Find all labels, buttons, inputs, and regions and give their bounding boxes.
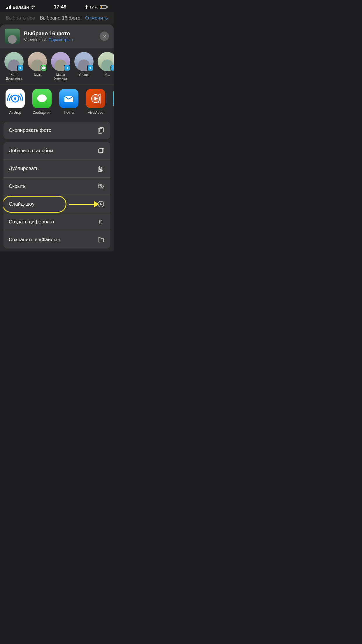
duplicate-icon [97, 164, 105, 173]
add-album-item[interactable]: Добавить в альбом [3, 142, 110, 160]
mail-svg [63, 93, 75, 104]
copy-photo-item[interactable]: Скопировать фото [3, 122, 110, 139]
contact-item[interactable]: 💬 Муж [27, 52, 48, 80]
nav-right: Отменить [85, 15, 108, 21]
svg-point-2 [14, 97, 16, 100]
contact-item[interactable]: ✈ Ученик [73, 52, 94, 80]
contact-name: КатяДомрянова [6, 73, 22, 80]
share-sheet: Выбрано 16 фото Vsevolozhsk Параметры › … [0, 24, 114, 251]
signal-bar-2 [7, 7, 8, 9]
apps-row: AirDrop Сообщения Почта [0, 85, 114, 119]
close-button[interactable]: ✕ [100, 32, 109, 41]
params-chevron-icon: › [72, 38, 73, 42]
contact-item[interactable]: ✈ МашаУченица [50, 52, 71, 80]
contact-name: Муж [34, 73, 41, 77]
close-icon: ✕ [103, 34, 106, 39]
app-label: Почта [64, 111, 73, 115]
share-params-link[interactable]: Параметры [49, 37, 71, 42]
watchface-label: Создать циферблат [9, 219, 97, 225]
app-item-messages[interactable]: Сообщения [31, 89, 52, 115]
nav-left: Выбрать все [6, 15, 35, 21]
messages-svg [36, 93, 48, 104]
app-label: VivaVideo [88, 111, 103, 115]
mail-icon [59, 89, 78, 108]
signal-bar-1 [6, 8, 7, 9]
wifi-icon [30, 5, 35, 9]
svg-marker-21 [100, 203, 102, 205]
status-time: 17:49 [54, 4, 66, 10]
save-files-label: Сохранить в «Файлы» [9, 237, 97, 243]
slideshow-item[interactable]: Слайд-шоу [3, 195, 110, 213]
slideshow-label: Слайд-шоу [9, 201, 97, 207]
app-item-airdrop[interactable]: AirDrop [5, 89, 26, 115]
contact-item[interactable]: ✈ М... [97, 52, 114, 80]
vivavideo-icon [86, 89, 105, 108]
share-subtitle: Vsevolozhsk Параметры › [24, 37, 96, 42]
duplicate-label: Дублировать [9, 166, 97, 172]
airdrop-icon [6, 89, 25, 108]
share-location: Vsevolozhsk [24, 37, 47, 42]
duplicate-item[interactable]: Дублировать [3, 160, 110, 178]
contact-name: М... [105, 73, 110, 77]
save-files-item[interactable]: Сохранить в «Файлы» [3, 231, 110, 249]
telegram-badge: ✈ [110, 65, 114, 71]
status-right: 17 % [85, 5, 108, 9]
vivavideo-svg [90, 93, 101, 104]
nav-bar-background: Выбрать все Выбрано 16 фото Отменить [0, 12, 114, 24]
svg-rect-8 [98, 129, 102, 133]
contact-avatar: ✈ [74, 52, 94, 71]
nav-center: Выбрано 16 фото [40, 15, 80, 21]
watchface-item[interactable]: Создать циферблат [3, 213, 110, 231]
contact-avatar: 💬 [28, 52, 47, 71]
telegram-badge: ✈ [64, 65, 70, 71]
save-files-icon [97, 236, 105, 244]
location-icon [85, 5, 88, 9]
contact-name: МашаУченица [54, 73, 67, 80]
telegram-badge: ✈ [87, 65, 94, 71]
copy-photo-label: Скопировать фото [9, 127, 97, 133]
watchface-icon [97, 218, 105, 226]
app-item-telegram[interactable]: Te... [112, 89, 114, 115]
contacts-row: ✈ КатяДомрянова 💬 Муж ✈ МашаУченица [0, 48, 114, 85]
share-thumbnail [5, 29, 20, 44]
telegram-icon [113, 89, 114, 108]
share-header-info: Выбрано 16 фото Vsevolozhsk Параметры › [24, 31, 96, 42]
svg-point-26 [101, 222, 101, 222]
add-album-icon [97, 147, 105, 155]
signal-bar-4 [10, 5, 11, 9]
contact-avatar: ✈ [51, 52, 70, 71]
airdrop-waves-svg [6, 90, 24, 107]
signal-bars [6, 5, 11, 9]
signal-bar-3 [9, 6, 10, 9]
status-bar: Билайн 17:49 17 % [0, 0, 114, 12]
app-label: Сообщения [32, 111, 51, 115]
status-left: Билайн [6, 5, 35, 10]
share-header: Выбрано 16 фото Vsevolozhsk Параметры › … [0, 24, 114, 48]
hide-label: Скрыть [9, 183, 97, 189]
hide-icon [97, 182, 105, 190]
share-title: Выбрано 16 фото [24, 31, 96, 37]
hide-item[interactable]: Скрыть [3, 178, 110, 195]
app-item-vivavideo[interactable]: VivaVideo [85, 89, 106, 115]
battery-percent: 17 % [89, 5, 98, 9]
contact-item[interactable]: ✈ КатяДомрянова [3, 52, 24, 80]
copy-icon [97, 126, 105, 134]
svg-rect-7 [100, 127, 103, 132]
telegram-badge: ✈ [17, 65, 24, 71]
add-album-label: Добавить в альбом [9, 148, 97, 154]
messages-icon [32, 89, 52, 108]
svg-point-0 [32, 8, 33, 9]
app-label: AirDrop [9, 111, 21, 115]
imessage-badge: 💬 [41, 65, 47, 71]
contact-name: Ученик [79, 73, 89, 77]
main-actions-group: Добавить в альбом Дублировать [3, 142, 110, 249]
svg-rect-13 [99, 166, 103, 170]
contact-avatar: ✈ [98, 52, 114, 71]
app-item-mail[interactable]: Почта [58, 89, 79, 115]
battery-icon [100, 5, 108, 9]
carrier-label: Билайн [13, 5, 29, 10]
copy-photo-group: Скопировать фото [3, 122, 110, 139]
slideshow-icon [97, 200, 105, 208]
contact-avatar: ✈ [4, 52, 24, 71]
